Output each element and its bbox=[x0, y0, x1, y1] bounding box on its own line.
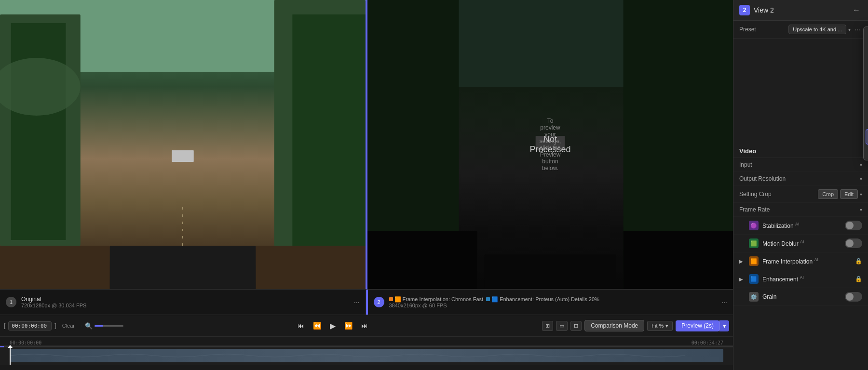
comparison-mode-button[interactable]: Comparison Mode bbox=[584, 320, 644, 331]
dropdown-item-60fps[interactable]: Convert to 60 fps bbox=[864, 85, 868, 99]
input-label: Input bbox=[739, 161, 752, 168]
svg-rect-9 bbox=[109, 246, 256, 289]
preview-button[interactable]: Preview (2s) bbox=[676, 320, 719, 331]
transport-controls: ⏮ ⏪ ▶ ⏩ ⏭ bbox=[126, 319, 539, 332]
preview-dropdown-button[interactable]: ▾ bbox=[719, 320, 729, 331]
preset-label: Preset bbox=[739, 26, 768, 33]
dropdown-item-upscale-4k-60fps[interactable]: Upscale to 4K and convert to 60 fps bbox=[866, 129, 868, 145]
stabilization-toggle[interactable] bbox=[845, 221, 862, 230]
frame-interpolation-expand[interactable]: ▶ bbox=[739, 259, 745, 264]
dropdown-item-deinterlace[interactable]: Deinterlace and upscale to FHD bbox=[864, 99, 868, 114]
edit-button[interactable]: Edit bbox=[840, 189, 858, 199]
input-chevron-icon: ▾ bbox=[860, 162, 862, 168]
output-resolution-chevron-icon: ▾ bbox=[860, 176, 862, 182]
view-collapse-button[interactable]: ← bbox=[851, 5, 862, 15]
right-sidebar: 2 View 2 ← Preset Upscale to 4K and ... … bbox=[733, 0, 868, 370]
panel2-tags: 🟧 Frame Interpolation: Chronos Fast 🟦 En… bbox=[389, 296, 717, 303]
video-section-title: Video bbox=[739, 147, 756, 155]
timeline-track-area[interactable] bbox=[0, 345, 733, 365]
panel2-meta: 3840x2160px @ 60 FPS bbox=[389, 303, 717, 308]
dropdown-item-auto-crop[interactable]: Auto crop stabilization bbox=[864, 70, 868, 85]
sidebar-content: Video Input ▾ Output Resolution ▾ bbox=[733, 39, 868, 370]
grain-toggle[interactable] bbox=[845, 292, 862, 302]
dropdown-item-upscale-4k[interactable]: Upscale to 4K bbox=[864, 114, 868, 128]
step-forward-button[interactable]: ⏩ bbox=[342, 320, 354, 331]
right-controls: ⊞ ▭ ⊡ Comparison Mode Fit % ▾ Preview (2… bbox=[542, 320, 729, 331]
view-title: View 2 bbox=[754, 6, 774, 14]
view-mode-compare-button[interactable]: ⊡ bbox=[570, 321, 582, 331]
panel2-more-button[interactable]: ··· bbox=[721, 298, 727, 306]
frame-rate-chevron-icon: ▾ bbox=[860, 207, 862, 212]
frame-interpolation-lock-icon: 🔒 bbox=[855, 258, 862, 264]
tag-enhancement: 🟦 Enhancement: Proteus (Auto) Details 20… bbox=[486, 296, 599, 303]
preset-dropdown-menu: None 4x slow motion 8x super slow motion… bbox=[863, 26, 868, 160]
motion-deblur-icon: 🟩 bbox=[749, 238, 759, 248]
bottom-toolbar: [ ] Clear · 🔍 ⏮ ⏪ ▶ ⏩ ⏭ ⊞ ▭ bbox=[0, 315, 733, 336]
panel2-text: 🟧 Frame Interpolation: Chronos Fast 🟦 En… bbox=[389, 296, 717, 308]
zoom-slider[interactable] bbox=[95, 325, 123, 327]
timeline-playhead bbox=[10, 346, 11, 365]
dropdown-item-none[interactable]: None bbox=[864, 27, 868, 41]
motion-deblur-name: Motion Deblur AI bbox=[762, 239, 841, 247]
stabilization-name: Stabilization AI bbox=[762, 222, 841, 229]
zoom-area: 🔍 bbox=[85, 322, 123, 330]
preview-btn-group: Preview (2s) ▾ bbox=[676, 320, 729, 331]
output-resolution-label: Output Resolution bbox=[739, 175, 786, 182]
timecode-input[interactable] bbox=[8, 321, 52, 330]
enhancement-icon: 🟦 bbox=[749, 274, 759, 284]
panel1-number: 1 bbox=[6, 297, 16, 307]
grain-row: ⚙️ Grain bbox=[733, 288, 868, 306]
frame-rate-row: Frame Rate ▾ bbox=[733, 203, 868, 217]
fit-chevron: ▾ bbox=[665, 323, 668, 329]
clear-button[interactable]: Clear bbox=[59, 322, 78, 330]
panel1-title: Original bbox=[21, 296, 349, 303]
panel1-meta: 720x1280px @ 30.034 FPS bbox=[21, 303, 349, 308]
svg-rect-20 bbox=[485, 254, 616, 289]
preset-select[interactable]: Upscale to 4K and ... bbox=[788, 25, 846, 34]
videos-bottom-bar: 1 Original 720x1280px @ 30.034 FPS ··· 2… bbox=[0, 289, 733, 315]
output-resolution-row: Output Resolution ▾ bbox=[733, 172, 868, 186]
grain-name: Grain bbox=[762, 293, 841, 300]
motion-deblur-toggle[interactable] bbox=[845, 238, 862, 248]
fit-dropdown[interactable]: Fit % ▾ bbox=[647, 321, 673, 331]
view-number: 2 bbox=[739, 5, 750, 15]
grain-icon: ⚙️ bbox=[749, 292, 759, 302]
crop-button[interactable]: Crop bbox=[818, 189, 838, 199]
timeline-area: 00:00:00:00 00:00:34:27 bbox=[0, 336, 733, 370]
enhancement-ai-badge: AI bbox=[800, 275, 804, 280]
timeline-progress-fill bbox=[0, 346, 4, 347]
view-mode-grid-button[interactable]: ⊞ bbox=[542, 321, 553, 331]
motion-deblur-row: 🟩 Motion Deblur AI bbox=[733, 235, 868, 252]
dropdown-item-upscale-fhd[interactable]: Upscale to FHD conversion. bbox=[864, 145, 868, 160]
svg-rect-2 bbox=[11, 23, 66, 240]
tag-dot-blue bbox=[486, 297, 490, 301]
skip-to-end-button[interactable]: ⏭ bbox=[359, 320, 370, 331]
timeline-progress-bar bbox=[0, 346, 733, 347]
video-preview-right: Not Processed To preview your settings, … bbox=[367, 0, 733, 289]
stabilization-ai-badge: AI bbox=[795, 222, 800, 226]
fit-label: Fit % bbox=[651, 323, 664, 329]
crop-setting-row: Setting Crop Crop Edit ▾ bbox=[733, 186, 868, 203]
dropdown-item-8x-slow[interactable]: 8x super slow motion bbox=[864, 56, 868, 70]
play-button[interactable]: ▶ bbox=[328, 319, 338, 332]
dropdown-item-4x-slow[interactable]: 4x slow motion bbox=[864, 41, 868, 56]
view-mode-single-button[interactable]: ▭ bbox=[556, 321, 568, 331]
skip-to-start-button[interactable]: ⏮ bbox=[296, 320, 306, 331]
panel2-info-bar: 2 🟧 Frame Interpolation: Chronos Fast 🟦 … bbox=[368, 290, 733, 315]
tag-frame-interpolation-label: 🟧 Frame Interpolation: Chronos Fast bbox=[394, 296, 484, 303]
timeline-bracket-start: [ bbox=[4, 322, 5, 329]
preset-more-button[interactable]: ··· bbox=[853, 25, 862, 34]
panel1-info-bar: 1 Original 720x1280px @ 30.034 FPS ··· bbox=[0, 290, 366, 315]
enhancement-expand[interactable]: ▶ bbox=[739, 277, 745, 282]
step-back-button[interactable]: ⏪ bbox=[311, 320, 323, 331]
panel2-number: 2 bbox=[374, 297, 384, 307]
svg-rect-12 bbox=[256, 246, 366, 289]
dropdown-spacer bbox=[733, 39, 868, 145]
video-preview-left bbox=[0, 0, 366, 289]
preset-dropdown: Upscale to 4K and ... ▾ ··· bbox=[768, 25, 862, 34]
svg-rect-18 bbox=[367, 231, 477, 289]
svg-rect-19 bbox=[624, 231, 733, 289]
view-header-left: 2 View 2 bbox=[739, 5, 774, 15]
timeline-bracket-end: ] bbox=[54, 322, 56, 329]
panel1-more-button[interactable]: ··· bbox=[354, 298, 360, 306]
